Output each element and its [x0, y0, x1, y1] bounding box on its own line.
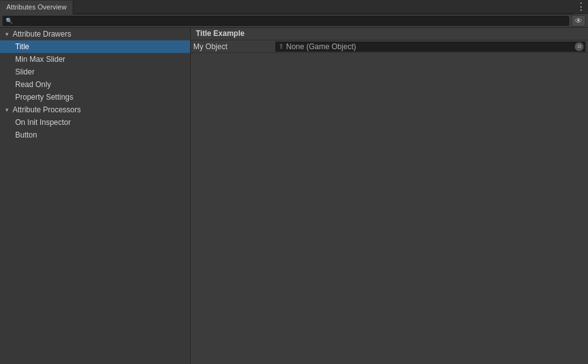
tree-item-button[interactable]: Button	[0, 129, 190, 141]
group-label: Attribute Drawers	[13, 30, 71, 38]
main-content: ▼ Attribute Drawers TitleMin Max SliderS…	[0, 28, 588, 364]
inspector-content: My Object ⇧ None (Game Object) ⊙	[191, 40, 588, 364]
tree-section: ▼ Attribute Drawers TitleMin Max SliderS…	[0, 28, 190, 141]
inspector-row: My Object ⇧ None (Game Object) ⊙	[191, 40, 588, 53]
field-select-button[interactable]: ⊙	[575, 42, 584, 51]
tree-item-label: Button	[15, 131, 37, 139]
group-label: Attribute Processors	[13, 105, 81, 114]
tree-item-label: Title	[15, 42, 29, 51]
chevron-icon: ▼	[3, 105, 11, 114]
tree-item-on-init-inspector[interactable]: On Init Inspector	[0, 116, 190, 129]
tree-item-property-settings[interactable]: Property Settings	[0, 91, 190, 103]
tree-item-min-max-slider[interactable]: Min Max Slider	[0, 53, 190, 66]
chevron-icon: ▼	[3, 30, 11, 38]
tree-item-title[interactable]: Title	[0, 40, 190, 53]
panel-title: Title Example	[191, 28, 588, 40]
inspector-row-label: My Object	[193, 42, 275, 51]
game-object-icon: ⇧	[279, 43, 284, 50]
search-field: 🔍	[3, 16, 569, 26]
inspector-field[interactable]: ⇧ None (Game Object) ⊙	[275, 42, 585, 52]
tree-item-label: Read Only	[15, 80, 51, 89]
tree-item-label: Min Max Slider	[15, 55, 65, 64]
search-input[interactable]	[15, 17, 566, 25]
tree-item-label: On Init Inspector	[15, 118, 71, 127]
menu-dots-icon: ⋮	[576, 1, 586, 13]
tree-item-label: Property Settings	[15, 93, 73, 102]
tab-label: Attributes Overview	[6, 3, 66, 11]
group-header-attribute-processors[interactable]: ▼ Attribute Processors	[0, 103, 190, 116]
tab-spacer	[73, 1, 574, 15]
main-window: Attributes Overview ⋮ 🔍 👁 ▼ Attribute Dr…	[0, 0, 588, 364]
tree-item-read-only[interactable]: Read Only	[0, 78, 190, 91]
tab-bar: Attributes Overview ⋮	[0, 0, 588, 14]
search-icon: 🔍	[6, 18, 13, 24]
toolbar: 🔍 👁	[0, 14, 588, 28]
visibility-toggle-button[interactable]: 👁	[572, 15, 585, 26]
tree-item-slider[interactable]: Slider	[0, 66, 190, 78]
eye-icon: 👁	[575, 16, 582, 25]
right-panel: Title Example My Object ⇧ None (Game Obj…	[191, 28, 588, 364]
field-value: None (Game Object)	[286, 42, 356, 51]
tab-menu-button[interactable]: ⋮	[574, 0, 588, 14]
group-header-attribute-drawers[interactable]: ▼ Attribute Drawers	[0, 28, 190, 40]
left-panel: ▼ Attribute Drawers TitleMin Max SliderS…	[0, 28, 191, 364]
attributes-overview-tab[interactable]: Attributes Overview	[0, 1, 73, 15]
tree-item-label: Slider	[15, 68, 35, 76]
